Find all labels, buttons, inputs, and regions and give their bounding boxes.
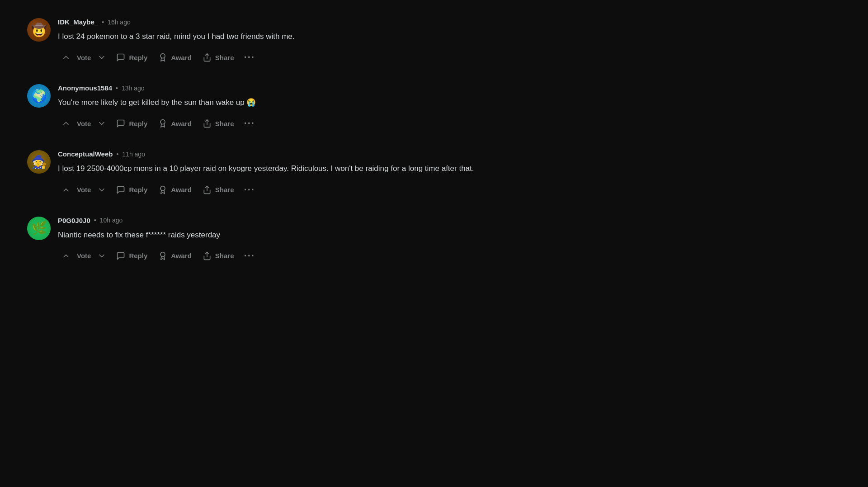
comment-actions: Vote Reply Award Share ··· [58, 49, 606, 66]
avatar-image: 🌍 [27, 84, 51, 108]
comment-actions: Vote Reply Award Share ··· [58, 181, 606, 199]
reply-button[interactable]: Reply [112, 116, 152, 131]
share-icon [203, 53, 212, 62]
comment-header: ConceptualWeeb • 11h ago [58, 150, 606, 158]
award-label: Award [171, 186, 192, 194]
share-icon [203, 251, 212, 260]
timestamp: 10h ago [100, 217, 123, 224]
separator: • [102, 19, 104, 26]
reply-label: Reply [129, 54, 147, 61]
upvote-button[interactable] [58, 183, 74, 197]
separator: • [116, 151, 118, 158]
downvote-button[interactable] [94, 249, 110, 263]
upvote-button[interactable] [58, 249, 74, 263]
comment-body: ConceptualWeeb • 11h ago I lost 19 2500-… [58, 150, 606, 198]
upvote-button[interactable] [58, 50, 74, 65]
award-icon [158, 251, 167, 260]
more-button[interactable]: ··· [241, 181, 259, 199]
award-label: Award [171, 54, 192, 61]
vote-label: Vote [75, 252, 93, 260]
username: IDK_Maybe_ [58, 18, 98, 26]
avatar: 🧙 [27, 150, 51, 174]
comment-text: Niantic needs to fix these f****** raids… [58, 229, 606, 241]
comment-header: P0G0J0J0 • 10h ago [58, 217, 606, 224]
upvote-button[interactable] [58, 116, 74, 131]
comment-header: Anonymous1584 • 13h ago [58, 84, 606, 92]
avatar-image: 🤠 [27, 18, 51, 42]
downvote-icon [97, 53, 106, 62]
downvote-icon [97, 251, 106, 260]
vote-label: Vote [75, 186, 93, 194]
comment-row: 🤠 IDK_Maybe_ • 16h ago I lost 24 pokemon… [27, 9, 606, 75]
award-label: Award [171, 120, 192, 128]
comment-body: IDK_Maybe_ • 16h ago I lost 24 pokemon t… [58, 18, 606, 66]
reply-button[interactable]: Reply [112, 50, 152, 65]
username: P0G0J0J0 [58, 217, 90, 224]
reply-icon [116, 251, 125, 260]
award-button[interactable]: Award [154, 116, 196, 131]
comment-actions: Vote Reply Award Share ··· [58, 247, 606, 265]
reply-button[interactable]: Reply [112, 183, 152, 197]
avatar: 🤠 [27, 18, 51, 42]
share-label: Share [215, 54, 234, 61]
timestamp: 13h ago [122, 85, 145, 92]
upvote-icon [61, 119, 71, 128]
award-icon [158, 119, 167, 128]
avatar: 🌍 [27, 84, 51, 108]
comment-body: P0G0J0J0 • 10h ago Niantic needs to fix … [58, 217, 606, 265]
avatar: 🌿 [27, 217, 51, 240]
share-button[interactable]: Share [198, 116, 239, 131]
vote-section: Vote [58, 50, 110, 65]
vote-label: Vote [75, 54, 93, 61]
comment-row: 🌍 Anonymous1584 • 13h ago You're more li… [27, 75, 606, 141]
downvote-button[interactable] [94, 50, 110, 65]
share-button[interactable]: Share [198, 183, 239, 197]
upvote-icon [61, 185, 71, 194]
separator: • [116, 85, 118, 92]
reply-label: Reply [129, 252, 147, 260]
vote-section: Vote [58, 249, 110, 263]
avatar-image: 🌿 [27, 217, 51, 240]
more-button[interactable]: ··· [241, 49, 259, 66]
award-button[interactable]: Award [154, 249, 196, 263]
vote-section: Vote [58, 116, 110, 131]
comment-text: I lost 24 pokemon to a 3 star raid, mind… [58, 30, 606, 43]
comment-text: I lost 19 2500-4000cp mons in a 10 playe… [58, 162, 606, 175]
downvote-icon [97, 119, 106, 128]
share-icon [203, 119, 212, 128]
reply-label: Reply [129, 120, 147, 128]
username: ConceptualWeeb [58, 150, 113, 158]
comment-body: Anonymous1584 • 13h ago You're more like… [58, 84, 606, 132]
downvote-button[interactable] [94, 183, 110, 197]
award-icon [158, 53, 167, 62]
more-button[interactable]: ··· [241, 247, 259, 265]
reply-icon [116, 119, 125, 128]
vote-section: Vote [58, 183, 110, 197]
reply-icon [116, 185, 125, 194]
comment-actions: Vote Reply Award Share ··· [58, 115, 606, 132]
share-label: Share [215, 186, 234, 194]
share-label: Share [215, 252, 234, 260]
award-button[interactable]: Award [154, 183, 196, 197]
downvote-icon [97, 185, 106, 194]
award-button[interactable]: Award [154, 50, 196, 65]
award-label: Award [171, 252, 192, 260]
reply-button[interactable]: Reply [112, 249, 152, 263]
share-button[interactable]: Share [198, 50, 239, 65]
vote-label: Vote [75, 120, 93, 128]
separator: • [94, 217, 96, 224]
downvote-button[interactable] [94, 116, 110, 131]
comment-text: You're more likely to get killed by the … [58, 96, 606, 109]
comment-row: 🌿 P0G0J0J0 • 10h ago Niantic needs to fi… [27, 208, 606, 274]
upvote-icon [61, 53, 71, 62]
reply-icon [116, 53, 125, 62]
timestamp: 16h ago [108, 19, 131, 26]
more-button[interactable]: ··· [241, 115, 259, 132]
share-icon [203, 185, 212, 194]
upvote-icon [61, 251, 71, 260]
comment-row: 🧙 ConceptualWeeb • 11h ago I lost 19 250… [27, 141, 606, 207]
share-label: Share [215, 120, 234, 128]
share-button[interactable]: Share [198, 249, 239, 263]
award-icon [158, 185, 167, 194]
comment-header: IDK_Maybe_ • 16h ago [58, 18, 606, 26]
